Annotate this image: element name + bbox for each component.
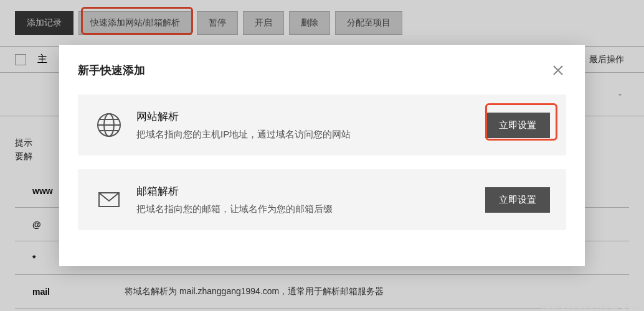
card-title: 网站解析 <box>136 109 485 124</box>
globe-icon <box>94 110 124 140</box>
website-resolve-card: 网站解析 把域名指向您的主机IP地址，通过域名访问您的网站 立即设置 <box>78 95 566 156</box>
email-resolve-card: 邮箱解析 把域名指向您的邮箱，让域名作为您的邮箱后缀 立即设置 <box>78 169 566 230</box>
card-desc: 把域名指向您的邮箱，让域名作为您的邮箱后缀 <box>136 203 485 215</box>
setup-website-button[interactable]: 立即设置 <box>485 113 550 138</box>
setup-email-button[interactable]: 立即设置 <box>485 187 550 213</box>
modal-overlay: 新手快速添加 网站解析 把域名指向您的主机IP地址，通过域名访问您的网站 立即设… <box>0 0 644 311</box>
card-title: 邮箱解析 <box>136 184 485 198</box>
mail-icon <box>94 185 124 215</box>
close-icon[interactable] <box>550 62 566 78</box>
modal-title: 新手快速添加 <box>78 63 145 78</box>
quick-add-modal: 新手快速添加 网站解析 把域名指向您的主机IP地址，通过域名访问您的网站 立即设… <box>59 45 585 266</box>
watermark: https://blog.csdn.net/criss_zhang <box>541 302 640 310</box>
card-desc: 把域名指向您的主机IP地址，通过域名访问您的网站 <box>136 129 485 141</box>
